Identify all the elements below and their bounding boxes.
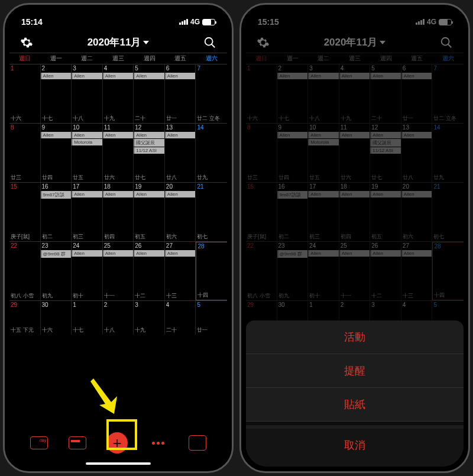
day-cell[interactable]: 169m87訪談初二	[277, 183, 309, 241]
day-cell[interactable]: 29十五 下元	[9, 301, 41, 335]
day-cell[interactable]: 7廿二 立冬	[432, 64, 464, 123]
settings-icon[interactable]	[20, 36, 33, 49]
day-cell[interactable]: 26Allen十二	[134, 242, 165, 300]
day-cell[interactable]: 14廿九	[432, 124, 464, 182]
day-cell[interactable]: 19Allen初五	[370, 183, 401, 241]
day-cell[interactable]: 23@9m98 群初九	[277, 242, 309, 300]
search-icon[interactable]	[203, 36, 216, 49]
sheet-item-event[interactable]: 活動	[246, 320, 464, 354]
event-pill[interactable]: Allen	[339, 250, 370, 257]
event-pill[interactable]: Allen	[165, 73, 196, 79]
day-cell[interactable]: 3Allen十八	[308, 64, 339, 123]
tab-today[interactable]: 2811月	[189, 435, 206, 451]
day-cell[interactable]: 9Allen廿四	[41, 124, 72, 182]
day-cell[interactable]: 17Allen初三	[308, 183, 339, 241]
day-cell[interactable]: 24Allen初十	[308, 242, 339, 300]
day-cell[interactable]: 2Allen十七	[41, 64, 72, 123]
day-cell[interactable]: 4Allen十九	[103, 64, 134, 123]
event-pill[interactable]: Allen	[72, 250, 102, 257]
day-cell[interactable]: 17Allen初三	[72, 183, 103, 241]
day-cell[interactable]: 6Allen廿一	[401, 64, 433, 123]
day-cell[interactable]: 13Allen廿八	[165, 124, 196, 182]
day-cell[interactable]: 2Allen十七	[277, 64, 309, 123]
event-pill[interactable]: Allen	[370, 191, 401, 197]
event-pill[interactable]: Allen	[339, 191, 370, 197]
day-cell[interactable]: 169m87訪談初二	[41, 183, 72, 241]
day-cell[interactable]: 24Allen初十	[72, 242, 103, 300]
tab-more[interactable]	[148, 433, 168, 452]
tab-day[interactable]: day	[30, 436, 48, 449]
event-pill[interactable]: 國父誕辰	[370, 139, 401, 147]
event-pill[interactable]: Allen	[401, 132, 432, 138]
month-grid[interactable]: 1十六2Allen十七3Allen十八4Allen十九5Allen二十6Alle…	[246, 64, 464, 335]
day-cell[interactable]: 11Allen廿六	[103, 124, 134, 182]
day-cell[interactable]: 18Allen初四	[103, 183, 134, 241]
event-pill[interactable]: Allen	[165, 191, 196, 197]
event-pill[interactable]: Allen	[134, 73, 164, 79]
day-cell[interactable]: 11Allen廿六	[339, 124, 371, 182]
event-pill[interactable]: Allen	[41, 132, 72, 138]
day-cell[interactable]: 1十七	[72, 301, 103, 335]
day-cell[interactable]: 5廿一	[196, 301, 227, 335]
event-pill[interactable]: Allen	[339, 73, 370, 79]
day-cell[interactable]: 21初七	[196, 183, 227, 241]
event-pill[interactable]: Allen	[72, 191, 102, 197]
day-cell[interactable]: 3Allen十八	[72, 64, 103, 123]
sheet-cancel[interactable]: 取消	[246, 429, 464, 467]
day-cell[interactable]: 27Allen十三	[401, 242, 433, 300]
event-pill[interactable]: 國父誕辰	[134, 139, 164, 147]
day-cell[interactable]: 8廿三	[9, 124, 41, 182]
event-pill[interactable]: Motorola	[72, 139, 102, 145]
event-pill[interactable]: 11/12 ASI	[134, 147, 164, 154]
event-pill[interactable]: @9m98 群	[41, 250, 72, 258]
event-pill[interactable]: Allen	[103, 191, 134, 197]
event-pill[interactable]: Allen	[308, 250, 339, 257]
tab-week[interactable]	[69, 436, 86, 449]
day-cell[interactable]: 20Allen初六	[165, 183, 196, 241]
day-cell[interactable]: 2十八	[103, 301, 134, 335]
event-pill[interactable]: 11/12 ASI	[370, 147, 401, 154]
event-pill[interactable]: @9m98 群	[277, 250, 308, 258]
sheet-item-sticker[interactable]: 貼紙	[246, 388, 464, 422]
event-pill[interactable]: Allen	[370, 250, 401, 257]
event-pill[interactable]: Allen	[277, 73, 308, 79]
day-cell[interactable]: 1十六	[9, 64, 41, 123]
day-cell[interactable]: 15庚子[鼠]	[246, 183, 277, 241]
day-cell[interactable]: 15庚子[鼠]	[9, 183, 41, 241]
event-pill[interactable]: Allen	[41, 73, 72, 79]
day-cell[interactable]: 18Allen初四	[339, 183, 371, 241]
event-pill[interactable]: 9m87訪談	[41, 191, 72, 199]
day-cell[interactable]: 1十六	[246, 64, 277, 123]
event-pill[interactable]: Allen	[401, 73, 432, 79]
event-pill[interactable]: Allen	[308, 191, 339, 197]
day-cell[interactable]: 5Allen二十	[370, 64, 401, 123]
month-title[interactable]: 2020年11月	[324, 35, 386, 49]
event-pill[interactable]: Allen	[103, 73, 134, 79]
day-cell[interactable]: 12Allen國父誕辰11/12 ASI廿七	[370, 124, 401, 182]
event-pill[interactable]: 9m87訪談	[277, 191, 308, 199]
month-grid[interactable]: 1十六2Allen十七3Allen十八4Allen十九5Allen二十6Alle…	[9, 64, 227, 335]
day-cell[interactable]: 26Allen十二	[370, 242, 401, 300]
event-pill[interactable]: Allen	[401, 191, 432, 197]
day-cell[interactable]: 14廿九	[196, 124, 227, 182]
event-pill[interactable]: Allen	[134, 250, 164, 257]
day-cell[interactable]: 28十四	[432, 242, 464, 300]
home-indicator[interactable]	[86, 462, 151, 465]
sheet-item-reminder[interactable]: 提醒	[246, 354, 464, 388]
day-cell[interactable]: 19Allen初五	[134, 183, 165, 241]
settings-icon[interactable]	[257, 36, 270, 49]
event-pill[interactable]: Allen	[134, 191, 164, 197]
event-pill[interactable]: Allen	[103, 132, 134, 138]
event-pill[interactable]: Allen	[339, 132, 370, 138]
search-icon[interactable]	[440, 36, 453, 49]
day-cell[interactable]: 10AllenMotorola廿五	[72, 124, 103, 182]
day-cell[interactable]: 22初八 小雪	[246, 242, 277, 300]
month-title[interactable]: 2020年11月	[88, 35, 150, 49]
day-cell[interactable]: 10AllenMotorola廿五	[308, 124, 339, 182]
event-pill[interactable]: Allen	[165, 132, 196, 138]
day-cell[interactable]: 7廿二 立冬	[196, 64, 227, 123]
day-cell[interactable]: 20Allen初六	[401, 183, 433, 241]
day-cell[interactable]: 5Allen二十	[134, 64, 165, 123]
day-cell[interactable]: 25Allen十一	[103, 242, 134, 300]
event-pill[interactable]: Motorola	[308, 139, 339, 145]
